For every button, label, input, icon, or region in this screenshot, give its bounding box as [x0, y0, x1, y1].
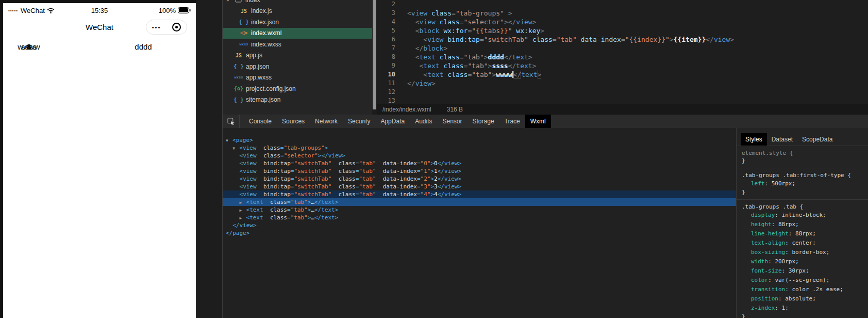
file-name-label: app.js: [246, 52, 262, 59]
tab-dataset[interactable]: Dataset: [767, 133, 797, 146]
file-item-app-json[interactable]: { }app.json: [223, 61, 372, 72]
file-name-label: sitemap.json: [246, 96, 280, 103]
wxml-tree-node[interactable]: ▶<text class="tab">…</text>: [223, 206, 736, 214]
wxml-tree-node[interactable]: <view bind:tap="switchTab" class="tab" d…: [223, 160, 736, 167]
wxss-file-icon: wxss: [238, 42, 249, 46]
editor-status-bar: /index/index.wxml 316 B: [377, 104, 868, 115]
file-name-label: index.wxml: [251, 29, 281, 37]
inspect-element-button[interactable]: [223, 115, 240, 128]
file-tree-scrollbar[interactable]: [372, 0, 377, 115]
css-closing-brace: }: [742, 157, 863, 165]
editor-line[interactable]: 8 <text class="tab">dddd</text>: [377, 53, 868, 61]
editor-line[interactable]: 9 <text class="tab">ssss</text>: [377, 61, 868, 70]
tab-network[interactable]: Network: [310, 115, 343, 128]
editor-line[interactable]: 12: [377, 88, 868, 97]
styles-panel: StylesDatasetScopeData element.style {}.…: [737, 128, 868, 318]
scrollbar-thumb[interactable]: [373, 0, 376, 109]
wxml-tree-node[interactable]: <view bind:tap="switchTab" class="tab" d…: [223, 190, 736, 198]
app-tab-text[interactable]: wwww: [3, 42, 55, 51]
code-editor[interactable]: 23<view class="tab-groups" >4 <view clas…: [377, 0, 868, 104]
tab-storage[interactable]: Storage: [468, 115, 499, 128]
file-item-index-js[interactable]: JSindex.js: [223, 6, 372, 17]
editor-line[interactable]: 7 </block>: [377, 44, 868, 53]
file-item-index-json[interactable]: { }index.json: [223, 17, 372, 28]
file-size-label: 316 B: [447, 106, 463, 113]
css-rule[interactable]: element.style {}: [737, 146, 868, 168]
css-closing-brace: }: [742, 188, 863, 196]
wxml-tree-node[interactable]: <view bind:tap="switchTab" class="tab" d…: [223, 167, 736, 175]
wxml-tree-node[interactable]: <view bind:tap="switchTab" class="tab" d…: [223, 175, 736, 183]
file-item-sitemap-json[interactable]: { }sitemap.json: [223, 94, 372, 106]
css-property[interactable]: width: 200rpx;: [742, 257, 863, 266]
tab-wxml[interactable]: Wxml: [525, 115, 551, 128]
editor-line[interactable]: 5 <block wx:for="{{tabs}}" wx:key>: [377, 26, 868, 35]
css-property[interactable]: position: absolute;: [742, 294, 863, 304]
editor-line[interactable]: 4 <view class="selector"></view>: [377, 18, 868, 26]
file-item-app-js[interactable]: JSapp.js: [223, 50, 372, 61]
wxml-tree-node[interactable]: ▼<page>: [223, 136, 736, 144]
css-property[interactable]: line-height: 88rpx;: [742, 229, 863, 239]
css-property[interactable]: z-index: 1;: [742, 304, 863, 313]
expand-arrow-icon: ▼: [226, 137, 232, 145]
folder-icon: [232, 0, 244, 3]
expand-arrow-icon: ▼: [232, 145, 239, 152]
tab-audits[interactable]: Audits: [410, 115, 437, 128]
editor-line[interactable]: 2: [377, 0, 868, 9]
css-rule[interactable]: .tab-groups .tab {display: inline-block;…: [737, 200, 868, 318]
editor-line[interactable]: 13: [377, 97, 868, 104]
css-property[interactable]: box-sizing: border-box;: [742, 248, 863, 257]
tab-console[interactable]: Console: [244, 115, 277, 128]
simulator-screen: ••••• WeChat 15:35 100%: [3, 3, 196, 318]
tab-scopedata[interactable]: ScopeData: [797, 133, 837, 146]
line-number: 10: [377, 70, 395, 79]
editor-line[interactable]: 6 <view bind:tap="switchTab" class="tab"…: [377, 35, 868, 44]
line-number: 5: [377, 26, 395, 35]
styles-tab-bar: StylesDatasetScopeData: [737, 128, 868, 146]
tab-appdata[interactable]: AppData: [375, 115, 410, 128]
file-name-label: app.json: [246, 63, 269, 70]
css-property[interactable]: height: 88rpx;: [742, 220, 863, 229]
editor-line[interactable]: 10 <text class="tab">wwww</text>: [377, 70, 868, 79]
css-property[interactable]: font-size: 30rpx;: [742, 266, 863, 276]
css-property[interactable]: color: var(--sc-green);: [742, 276, 863, 285]
debugger-tab-bar: ConsoleSourcesNetworkSecurityAppDataAudi…: [223, 115, 868, 128]
css-property[interactable]: text-align: center;: [742, 239, 863, 248]
tab-styles[interactable]: Styles: [741, 133, 767, 146]
more-options-icon[interactable]: •••: [146, 25, 166, 30]
wxml-tree-node[interactable]: <view class="selector"></view>: [223, 152, 736, 160]
css-rule[interactable]: .tab-groups .tab:first-of-type {left: 50…: [737, 168, 868, 200]
line-number: 13: [377, 97, 395, 104]
json-file-icon: { }: [233, 63, 244, 70]
line-number: 8: [377, 53, 395, 61]
app-tab-text[interactable]: dddd: [118, 42, 169, 51]
editor-line[interactable]: 3<view class="tab-groups" >: [377, 9, 868, 18]
css-selector: .tab-groups .tab:first-of-type {: [742, 171, 863, 179]
home-button[interactable]: [166, 23, 187, 31]
css-selector: .tab-groups .tab {: [742, 203, 863, 211]
file-item-app-wxss[interactable]: wxssapp.wxss: [223, 72, 372, 84]
tab-trace[interactable]: Trace: [499, 115, 525, 128]
css-property[interactable]: display: inline-block;: [742, 211, 863, 220]
capsule-button[interactable]: •••: [146, 20, 187, 35]
css-property[interactable]: transition: color .2s ease;: [742, 285, 863, 294]
wxml-tree-node[interactable]: </view>: [223, 221, 736, 229]
folder-expand-icon[interactable]: ▾: [227, 0, 232, 3]
battery-percent-label: 100%: [159, 7, 176, 14]
file-item-project-config-json[interactable]: {o}project.config.json: [223, 83, 372, 94]
line-number: 9: [377, 61, 395, 70]
wxml-tree-node[interactable]: ▶<text class="tab">…</text>: [223, 198, 736, 206]
file-item-index-wxss[interactable]: wxssindex.wxss: [223, 39, 372, 50]
css-property[interactable]: left: 500rpx;: [742, 179, 863, 188]
wxml-tree-node[interactable]: </page>: [223, 229, 736, 237]
folder-item-index[interactable]: ▾index: [223, 0, 372, 6]
editor-line[interactable]: 11</view>: [377, 79, 868, 88]
wxml-tree-node[interactable]: ▶<text class="tab">…</text>: [223, 214, 736, 221]
wxml-tree-node[interactable]: ▼<view class="tab-groups">: [223, 144, 736, 152]
tab-security[interactable]: Security: [343, 115, 375, 128]
tab-sensor[interactable]: Sensor: [438, 115, 468, 128]
wxml-tree-node[interactable]: <view bind:tap="switchTab" class="tab" d…: [223, 183, 736, 190]
wxml-element-tree: ▼<page> ▼<view class="tab-groups"> <view…: [223, 128, 736, 318]
file-name-label: index.js: [251, 7, 272, 14]
tab-sources[interactable]: Sources: [277, 115, 310, 128]
file-item-index-wxml[interactable]: <>index.wxml: [223, 28, 372, 39]
